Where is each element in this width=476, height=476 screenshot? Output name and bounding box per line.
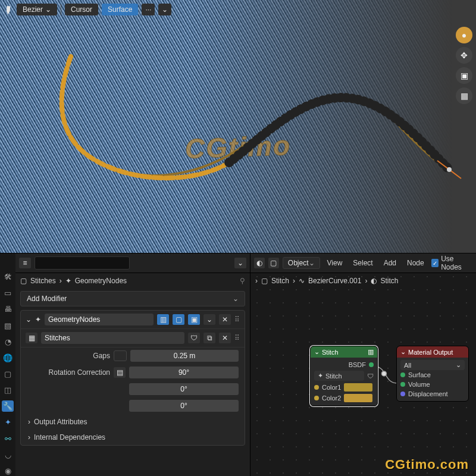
editor-type-dropdown[interactable]: ≡ [19, 258, 31, 268]
viewport-gizmos: ● ✥ ▣ ▦ [456, 27, 472, 104]
node-options-icon[interactable]: ▥ [368, 348, 374, 356]
shader-editor[interactable]: ◐ ▢ Object ⌄ View Select Add Node ✓ Use … [250, 253, 476, 476]
properties-editor: 🛠 ▭ 🖶 ▧ ◔ 🌐 ▢ ◫ 🔧 ✦ ⚯ ◡ ◉ ≡ ⌕ ⌄ [0, 253, 250, 476]
vtab-wrench[interactable]: 🔧 [2, 400, 14, 412]
properties-vertical-tabs: 🛠 ▭ 🖶 ▧ ◔ 🌐 ▢ ◫ 🔧 ✦ ⚯ ◡ ◉ [0, 253, 15, 476]
vtab-modifier[interactable]: ◫ [2, 384, 14, 396]
chevron-down-icon: ⌄ [45, 5, 51, 14]
fake-user-icon[interactable]: 🛡 [188, 333, 200, 343]
nodes-icon: ✦ [318, 372, 323, 380]
ellipsis-icon: ··· [145, 5, 151, 14]
viewport-toolbar: Bezier ⌄ Cursor Surface ··· ⌄ [4, 4, 171, 15]
add-modifier-dropdown[interactable]: Add Modifier ⌄ [20, 291, 245, 306]
vtab-render[interactable]: ▭ [2, 287, 14, 299]
displacement-label: Displacement [408, 390, 448, 397]
chevron-down-icon: ⌄ [233, 295, 239, 303]
color1-label: Color1 [322, 384, 341, 391]
nodegroup-browse[interactable]: ▦ [26, 333, 37, 343]
placement-surface[interactable]: Surface [102, 4, 138, 15]
rotcorr-attr-toggle[interactable]: ▤ [114, 367, 126, 378]
vtab-tool[interactable]: 🛠 [2, 271, 14, 283]
placement-more[interactable]: ··· [142, 4, 155, 15]
duplicate-icon[interactable]: ⧉ [203, 333, 215, 343]
rotcorr-x[interactable]: 90° [129, 367, 239, 378]
vtab-material[interactable]: ◉ [2, 465, 14, 476]
drag-handle-icon[interactable]: ⠿ [234, 315, 240, 324]
vtab-object[interactable]: ▢ [2, 368, 14, 380]
mesh-icon: ▢ [20, 277, 27, 285]
socket-in-icon[interactable] [400, 392, 405, 396]
grid-gizmo[interactable]: ▦ [456, 87, 472, 104]
nodes-icon: ✦ [35, 315, 41, 324]
nodegroup-name-field[interactable]: Stitches [41, 332, 184, 344]
color2-label: Color2 [322, 394, 341, 402]
chevron-down-icon: ⌄ [162, 5, 168, 14]
stroke-mode-dropdown[interactable]: Bezier ⌄ [17, 4, 57, 15]
geometry-nodes-modifier-panel: ⌄ ✦ GeometryNodes ▥ ▢ ▣ ⌄ ✕ ⠿ ▦ Stitches… [20, 310, 245, 446]
socket-in-icon[interactable] [314, 396, 319, 400]
output-attributes-label: Output Attributes [34, 418, 87, 426]
chevron-down-icon[interactable]: ⌄ [26, 315, 32, 324]
rotcorr-label: Rotation Correction [27, 368, 114, 377]
node-material-output[interactable]: ⌄ Material Output All ⌄ Surface Volume [396, 346, 469, 402]
chevron-right-icon: › [60, 277, 62, 285]
denim-texture [0, 0, 476, 253]
socket-out-icon[interactable] [369, 362, 374, 367]
socket-in-icon[interactable] [314, 385, 319, 390]
3d-viewport[interactable]: Bezier ⌄ Cursor Surface ··· ⌄ ● ✥ ▣ ▦ CG… [0, 0, 476, 253]
close-icon[interactable]: ✕ [219, 314, 231, 325]
gaps-attr-toggle[interactable] [114, 350, 127, 361]
node-stitch-group[interactable]: ⌄ Stitch ▥ BSDF ✦ Stitch 🛡 [310, 346, 378, 406]
properties-breadcrumb: ▢ Stitches › ✦ GeometryNodes ⚲ [15, 273, 250, 289]
node-stitch-title: Stitch [322, 349, 339, 356]
add-modifier-label: Add Modifier [27, 295, 67, 303]
gaps-value[interactable]: 0.25 m [130, 350, 239, 362]
drag-handle-icon[interactable]: ⠿ [234, 334, 240, 342]
unlink-icon[interactable]: ✕ [219, 333, 231, 343]
color2-swatch[interactable] [344, 394, 372, 402]
vtab-constraint[interactable]: ⚯ [2, 433, 14, 444]
camera-gizmo[interactable]: ▣ [456, 67, 472, 84]
vtab-data[interactable]: ◡ [2, 449, 14, 461]
node-stitch-out-label: BSDF [349, 361, 366, 368]
chevron-down-icon: ⌄ [314, 348, 320, 356]
chevron-down-icon: ⌄ [400, 348, 406, 356]
chevron-right-icon: › [28, 418, 30, 426]
rotcorr-z[interactable]: 0° [129, 400, 239, 412]
bc-object[interactable]: Stitches [30, 277, 56, 285]
move-gizmo[interactable]: ✥ [456, 47, 472, 64]
draw-icon [2, 3, 15, 17]
lower-panels: 🛠 ▭ 🖶 ▧ ◔ 🌐 ▢ ◫ 🔧 ✦ ⚯ ◡ ◉ ≡ ⌕ ⌄ [0, 253, 476, 476]
bc-modifier[interactable]: GeometryNodes [75, 277, 127, 285]
options-dropdown[interactable]: ⌄ [234, 258, 246, 268]
placement-surface-label: Surface [108, 5, 132, 14]
vtab-output[interactable]: 🖶 [2, 303, 14, 315]
internal-deps-disclosure[interactable]: › Internal Dependencies [21, 430, 245, 445]
node-group-field[interactable]: Stitch [325, 372, 342, 380]
toolbar-dropdown[interactable]: ⌄ [158, 4, 171, 15]
socket-in-icon[interactable] [400, 372, 405, 377]
color1-swatch[interactable] [344, 383, 372, 392]
vtab-physics[interactable]: ✦ [2, 416, 14, 428]
pin-icon[interactable]: ⚲ [240, 277, 245, 285]
shield-icon[interactable]: 🛡 [367, 372, 374, 380]
properties-search[interactable] [35, 256, 130, 270]
svg-point-2 [381, 371, 386, 376]
output-target-label[interactable]: All [404, 362, 411, 369]
vtab-view[interactable]: ▧ [2, 320, 14, 331]
vtab-world[interactable]: 🌐 [2, 352, 14, 364]
socket-in-icon[interactable] [400, 382, 405, 387]
output-attributes-disclosure[interactable]: › Output Attributes [21, 414, 245, 430]
toggle-editmode[interactable]: ▥ [157, 314, 169, 325]
placement-cursor[interactable]: Cursor [65, 4, 98, 15]
vtab-scene[interactable]: ◔ [2, 336, 14, 347]
axis-gizmo[interactable]: ● [456, 27, 472, 43]
rotcorr-y[interactable]: 0° [129, 383, 239, 395]
volume-label: Volume [408, 381, 430, 388]
toggle-render[interactable]: ▣ [188, 314, 200, 325]
node-output-title: Material Output [408, 349, 453, 356]
toggle-realtime[interactable]: ▢ [173, 314, 184, 325]
toolbar-separator [61, 4, 61, 15]
modifier-extras[interactable]: ⌄ [203, 314, 215, 325]
modifier-name-field[interactable]: GeometryNodes [45, 314, 154, 325]
